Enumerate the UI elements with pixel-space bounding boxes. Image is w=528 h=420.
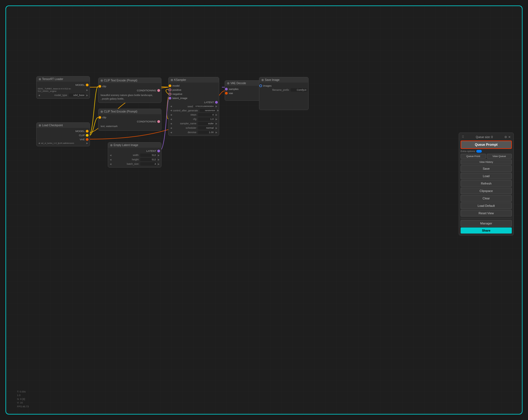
panel-header: ⠿ Queue size: 0 ⚙ ✕ xyxy=(461,134,512,139)
status-v: V: 16 xyxy=(17,401,29,405)
save-image-prefix: filename_prefix ComfyUI xyxy=(259,88,308,92)
ksampler-steps: ◀ steps 4 ▶ xyxy=(169,112,219,117)
load-checkpoint-clip-output: CLIP xyxy=(37,133,90,137)
empty-latent-height: ◀ height 512 ▶ xyxy=(108,157,161,162)
clip-encode-2-clip-input: clip xyxy=(98,115,161,119)
status-line2: 1.0 xyxy=(17,394,29,397)
load-button[interactable]: Load xyxy=(461,173,512,179)
manager-button[interactable]: Manager xyxy=(461,220,512,227)
panel-divider xyxy=(461,218,512,218)
queue-prompt-button[interactable]: Queue Prompt xyxy=(461,141,512,149)
extra-options-label: Extra options xyxy=(461,150,475,153)
ksampler-sampler: ◀ sampler_name euler ▶ xyxy=(169,121,219,126)
load-checkpoint-vae-output: VAE xyxy=(37,137,90,141)
clear-button[interactable]: Clear xyxy=(461,195,512,202)
ksampler-control: ◀ control_after_generate randomize ▶ xyxy=(169,108,219,112)
clip-encode-2-conditioning-output: CONDITIONING xyxy=(98,119,161,123)
save-image-header: Save Image xyxy=(259,77,308,83)
ksampler-latent-output: LATENT xyxy=(169,100,219,104)
status-t: T: 0.00s xyxy=(17,390,29,394)
ksampler-seed: ◀ seed 376220168990894 ▶ xyxy=(169,104,219,108)
ksampler-negative-input: negative xyxy=(169,92,219,96)
queue-front-button[interactable]: Queue Front xyxy=(461,154,486,159)
extra-options-row: Extra options xyxy=(461,150,512,153)
save-button[interactable]: Save xyxy=(461,165,512,172)
clip-encode-1-text[interactable]: beautiful scenery nature glass bottle la… xyxy=(98,92,156,101)
queue-size-label: Queue size: 0 xyxy=(476,136,493,139)
load-checkpoint-ckpt: ◀ sd_xl_turbo_1.0_fp16.safetensors ▶ xyxy=(37,141,90,145)
settings-icon[interactable]: ⚙ xyxy=(504,135,507,139)
extra-options-toggle[interactable] xyxy=(476,150,482,153)
refresh-button[interactable]: Refresh xyxy=(461,180,512,187)
view-queue-button[interactable]: View Queue xyxy=(487,154,512,159)
clip-encode-1-conditioning-output: CONDITIONING xyxy=(98,88,161,92)
view-history-row: View History xyxy=(461,160,512,164)
save-image-node: Save Image images filename_prefix ComfyU… xyxy=(259,77,309,110)
reset-view-button[interactable]: Reset View xyxy=(461,210,512,216)
empty-latent-width: ◀ width 512 ▶ xyxy=(108,153,161,157)
status-fps: FPS:46.73 xyxy=(17,405,29,409)
ksampler-denoise: ◀ denoise 1.00 ▶ xyxy=(169,130,219,134)
connections-svg xyxy=(6,6,522,414)
ksampler-node: KSampler model positive negative latent_… xyxy=(168,77,219,136)
tensorrt-loader-header: TensorRT Loader xyxy=(37,76,90,82)
view-history-button[interactable]: View History xyxy=(461,160,512,164)
status-bar: T: 0.00s 1.0 N: 8 [8] V: 16 FPS:46.73 xyxy=(17,390,29,409)
clip-text-encode-1-node: CLIP Text Encode (Prompt) clip CONDITION… xyxy=(98,78,161,103)
side-panel: ⠿ Queue size: 0 ⚙ ✕ Queue Prompt Extra o… xyxy=(459,133,514,235)
load-checkpoint-node: Load Checkpoint MODEL CLIP VAE ◀ sd_xl_t… xyxy=(36,122,90,146)
ksampler-header: KSampler xyxy=(169,77,219,83)
load-default-button[interactable]: Load Default xyxy=(461,202,512,209)
sub-buttons-row: Queue Front View Queue xyxy=(461,154,512,159)
empty-latent-output: LATENT xyxy=(108,149,161,153)
clip-encode-2-header: CLIP Text Encode (Prompt) xyxy=(98,109,161,114)
ksampler-positive-input: positive xyxy=(169,88,219,92)
ksampler-cfg: ◀ cfg 1.0 ▶ xyxy=(169,117,219,121)
status-n: N: 8 [8] xyxy=(17,397,29,401)
clip-encode-2-text[interactable]: text, watermark xyxy=(98,123,156,129)
close-icon[interactable]: ✕ xyxy=(508,135,511,139)
tensorrt-model-type-field: ◀ model_type sdxl_base ▶ xyxy=(37,93,90,97)
share-button[interactable]: Share xyxy=(461,227,512,234)
clip-encode-1-clip-input: clip xyxy=(98,84,161,88)
tensorrt-engine-field: SDXL_TuRBO_base-b-4-h-512-w-512_00001_en… xyxy=(37,87,90,93)
load-checkpoint-header: Load Checkpoint xyxy=(37,123,90,128)
empty-latent-node: Empty Latent Image LATENT ◀ width 512 ▶ … xyxy=(108,142,161,168)
ksampler-latent-input: latent_image xyxy=(169,96,219,100)
clip-encode-1-header: CLIP Text Encode (Prompt) xyxy=(98,78,161,83)
save-image-images-input: images xyxy=(259,84,308,88)
clip-text-encode-2-node: CLIP Text Encode (Prompt) clip CONDITION… xyxy=(98,109,161,131)
tensorrt-model-output: MODEL xyxy=(37,83,90,87)
empty-latent-header: Empty Latent Image xyxy=(108,142,161,148)
clipspace-button[interactable]: Clipspace xyxy=(461,188,512,194)
drag-icon: ⠿ xyxy=(462,135,464,139)
load-checkpoint-model-output: MODEL xyxy=(37,129,90,133)
empty-latent-batch: ◀ batch_size 4 ▶ xyxy=(108,162,161,166)
canvas-area: TensorRT Loader MODEL SDXL_TuRBO_base-b-… xyxy=(6,6,522,414)
tensorrt-loader-node: TensorRT Loader MODEL SDXL_TuRBO_base-b-… xyxy=(36,76,90,99)
ksampler-scheduler: ◀ scheduler normal ▶ xyxy=(169,126,219,130)
ksampler-model-input: model xyxy=(169,84,219,88)
